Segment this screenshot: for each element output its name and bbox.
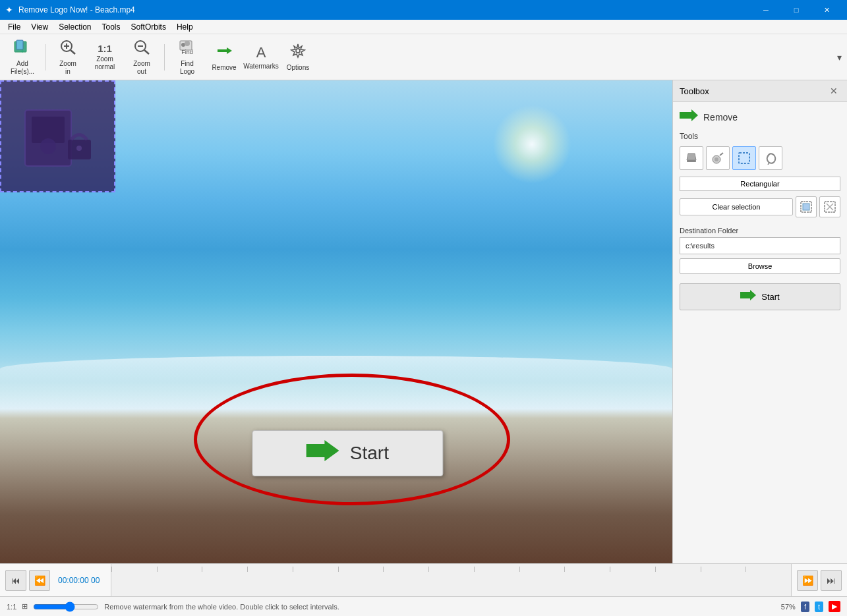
status-message: Remove watermark from the whole video. D… bbox=[104, 603, 339, 611]
toolbar-divider-1 bbox=[45, 44, 45, 70]
canvas-start-label: Start bbox=[350, 443, 389, 464]
find-logo-label: FindLogo bbox=[180, 60, 194, 76]
close-button[interactable]: ✕ bbox=[811, 0, 842, 20]
remove-label: Remove bbox=[212, 64, 236, 72]
tl-mark-6 bbox=[338, 567, 384, 572]
logo-content bbox=[18, 97, 98, 176]
tl-mark-11 bbox=[564, 567, 610, 572]
menu-view[interactable]: View bbox=[26, 21, 53, 33]
rectangular-mode-label[interactable]: Rectangular bbox=[680, 177, 840, 191]
svg-text:+: + bbox=[20, 47, 24, 55]
youtube-icon[interactable]: ▶ bbox=[829, 601, 840, 612]
zoom-normal-label: Zoomnormal bbox=[95, 55, 115, 71]
start-button[interactable]: Start bbox=[680, 283, 840, 310]
step-back-button[interactable]: ⏪ bbox=[29, 570, 50, 591]
toolbar-dropdown[interactable]: ▾ bbox=[837, 52, 842, 63]
menu-file[interactable]: File bbox=[3, 21, 26, 33]
video-frame: Start bbox=[0, 80, 672, 563]
tl-mark-14 bbox=[701, 567, 746, 572]
tl-mark-12 bbox=[610, 567, 655, 572]
remove-button[interactable]: Remove bbox=[207, 38, 241, 76]
title-bar: ✦ Remove Logo Now! - Beach.mp4 ─ □ ✕ bbox=[0, 0, 847, 20]
svg-point-20 bbox=[76, 146, 82, 151]
window-controls: ─ □ ✕ bbox=[751, 0, 842, 20]
skip-to-start-button[interactable]: ⏮ bbox=[5, 570, 26, 591]
watermarks-button[interactable]: A Watermarks bbox=[244, 38, 278, 76]
menu-tools[interactable]: Tools bbox=[97, 21, 126, 33]
tl-mark-7 bbox=[383, 567, 428, 572]
timeline-time: 00:00:00 00 bbox=[53, 576, 105, 585]
add-files-label: AddFile(s)... bbox=[11, 60, 34, 76]
magic-wand-button[interactable] bbox=[706, 146, 730, 170]
zoom-slider[interactable] bbox=[33, 602, 99, 612]
find-logo-button[interactable]: Find FindLogo bbox=[170, 38, 204, 76]
svg-point-25 bbox=[715, 157, 718, 161]
canvas-start-button[interactable]: Start bbox=[252, 430, 443, 476]
remove-arrow-icon bbox=[680, 109, 698, 125]
toolbox-title: Toolbox bbox=[680, 86, 709, 96]
remove-title: Remove bbox=[703, 112, 738, 123]
tools-section-label: Tools bbox=[680, 132, 840, 141]
clear-selection-button[interactable]: Clear selection bbox=[680, 198, 793, 215]
fit-icon: ⊞ bbox=[22, 602, 28, 611]
status-right: 57% f t ▶ bbox=[781, 601, 840, 612]
pencil-tool-button[interactable] bbox=[680, 146, 703, 170]
find-logo-icon: Find bbox=[178, 39, 196, 59]
menu-softorbits[interactable]: SoftOrbits bbox=[126, 21, 171, 33]
destination-folder-input[interactable] bbox=[680, 237, 840, 254]
zoom-out-button[interactable]: Zoomout bbox=[125, 38, 159, 76]
menu-help[interactable]: Help bbox=[171, 21, 198, 33]
twitter-icon[interactable]: t bbox=[815, 602, 823, 612]
skip-to-end-button[interactable]: ⏩ bbox=[797, 570, 818, 591]
toolbox-panel: Toolbox ✕ Remove Tools bbox=[672, 80, 847, 563]
facebook-icon[interactable]: f bbox=[801, 602, 809, 612]
svg-point-18 bbox=[40, 138, 56, 154]
svg-marker-33 bbox=[740, 290, 756, 300]
timeline: ⏮ ⏪ 00:00:00 00 ⏩ ⏭ bbox=[0, 563, 847, 596]
app-icon: ✦ bbox=[5, 5, 13, 15]
zoom-in-label: Zoomin bbox=[59, 60, 76, 76]
toolbar-divider-2 bbox=[164, 44, 165, 70]
tl-mark-3 bbox=[202, 567, 247, 572]
watermarks-icon: A bbox=[256, 44, 266, 61]
status-bar: 1:1 ⊞ Remove watermark from the whole vi… bbox=[0, 596, 847, 616]
options-button[interactable]: Options bbox=[281, 38, 315, 76]
timeline-controls: ⏮ ⏪ 00:00:00 00 bbox=[0, 564, 111, 596]
tools-row bbox=[680, 146, 840, 170]
tl-mark-2 bbox=[157, 567, 202, 572]
svg-marker-21 bbox=[307, 440, 339, 461]
tl-mark-4 bbox=[247, 567, 293, 572]
zoom-normal-button[interactable]: 1:1 Zoomnormal bbox=[88, 38, 122, 76]
zoom-in-button[interactable]: Zoomin bbox=[51, 38, 85, 76]
minimize-button[interactable]: ─ bbox=[751, 0, 781, 20]
browse-button[interactable]: Browse bbox=[680, 258, 840, 274]
canvas-start-arrow-icon bbox=[307, 439, 339, 468]
toolbox-close-button[interactable]: ✕ bbox=[827, 84, 840, 98]
zoom-out-icon bbox=[132, 39, 151, 59]
zoom-ratio-label: 1:1 bbox=[7, 603, 16, 611]
add-files-icon: + bbox=[13, 39, 32, 59]
window-title: Remove Logo Now! - Beach.mp4 bbox=[18, 5, 135, 14]
canvas-area: Start ◀ ▶ bbox=[0, 80, 672, 563]
svg-marker-22 bbox=[680, 109, 698, 121]
deselect-button[interactable] bbox=[819, 196, 840, 217]
lasso-tool-button[interactable] bbox=[759, 146, 782, 170]
maximize-button[interactable]: □ bbox=[781, 0, 811, 20]
logo-overlay[interactable] bbox=[0, 80, 115, 192]
select-all-button[interactable] bbox=[796, 196, 817, 217]
menu-selection[interactable]: Selection bbox=[53, 21, 96, 33]
remove-icon bbox=[215, 43, 233, 63]
svg-point-15 bbox=[296, 49, 300, 53]
step-forward-button[interactable]: ⏭ bbox=[821, 570, 842, 591]
selection-row: Clear selection bbox=[680, 196, 840, 217]
remove-header: Remove bbox=[680, 109, 840, 125]
tl-mark-5 bbox=[293, 567, 338, 572]
status-left: 1:1 ⊞ Remove watermark from the whole vi… bbox=[7, 602, 339, 612]
timeline-end-controls: ⏩ ⏭ bbox=[791, 564, 847, 596]
add-files-button[interactable]: + AddFile(s)... bbox=[5, 38, 40, 76]
options-label: Options bbox=[287, 64, 309, 72]
rectangular-select-button[interactable] bbox=[732, 146, 756, 170]
toolbar: + AddFile(s)... Zoomin 1:1 Zoomnormal bbox=[0, 34, 847, 80]
watermarks-label: Watermarks bbox=[243, 63, 279, 70]
timeline-track[interactable] bbox=[111, 564, 791, 596]
